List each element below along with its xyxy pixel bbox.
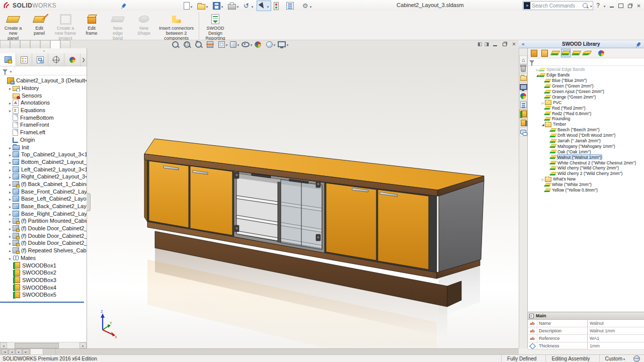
view-tool-button[interactable] [207,41,217,48]
library-tree-item[interactable]: Wild cherry ("Wild Cherry 2mm") [528,165,644,171]
library-tree-item[interactable]: White ("White 2mm") [528,182,644,188]
expander-icon[interactable] [541,100,545,105]
feature-manager-tab[interactable] [48,53,64,66]
expander-icon[interactable] [8,166,13,172]
search-icon[interactable] [583,3,588,8]
doc-restore-button[interactable] [501,41,508,47]
scrollbar-thumb[interactable] [15,343,59,348]
expander-icon[interactable] [8,211,13,217]
task-pane-tab[interactable] [519,82,527,91]
feature-manager-tab[interactable] [0,53,16,66]
view-tool-button[interactable] [242,41,253,47]
ribbon-button[interactable]: Create a new frame project [52,12,78,41]
view-tool-button[interactable] [278,41,289,47]
feature-tree-item[interactable]: (f) Double Door_Cabinet2_3_Cabinet2_ [0,239,87,247]
expander-icon[interactable] [541,122,545,127]
graphics-viewport[interactable]: Z X Y [87,48,519,348]
feature-tree-item[interactable]: Annotations [0,99,87,107]
window-prev-icon[interactable]: ◧ [477,41,482,47]
view-tool-button[interactable] [266,41,276,48]
library-tree-item[interactable]: Beech ("Beech 2mm") [528,127,644,133]
library-tree-item[interactable]: Jarrah (" Jarrah 2mm") [528,138,644,144]
search-dropdown-icon[interactable] [589,3,593,9]
expander-icon[interactable] [8,173,13,179]
pin-icon[interactable] [122,3,126,8]
expander-icon[interactable] [541,176,545,182]
view-tool-button[interactable] [218,41,228,48]
feature-tree-item[interactable]: Equations [0,107,87,114]
quick-access-button[interactable] [300,1,314,11]
view-tool-button[interactable] [172,41,182,48]
feature-manager-tab[interactable] [64,53,80,66]
feature-tree-item[interactable]: (f) Back_Cabinet_1_Cabinet2_Layout_3 [0,180,87,188]
library-toolbar-button[interactable] [572,49,581,57]
feature-tree-item[interactable]: Origin [0,136,87,144]
search-commands-box[interactable]: » Search Commands [523,1,593,10]
library-tree-item[interactable]: Blue ("Blue 2mm") [528,78,644,83]
graphics-area[interactable]: Z X Y [87,48,519,348]
filter-icon[interactable] [529,60,534,63]
feature-tree-item[interactable]: (f) Partition Mounted_Cabinet2_1_Cab [0,217,87,225]
library-tree-item[interactable]: Mahogany ("Mahogany 1mm") [528,143,644,149]
library-tree-item[interactable]: Yellow ("Yellow 0.8mm") [528,188,644,193]
restore-button[interactable] [626,3,633,9]
feature-tree-item[interactable]: Left_Cabinet2_Layout_3<1> (Default< [0,165,87,173]
property-value[interactable]: Walnut [587,320,644,327]
properties-header[interactable]: Main [528,312,644,320]
feature-tree-item[interactable]: Base_Back_Cabinet2_Layout_3<1> (De [0,203,87,210]
ribbon-button[interactable]: SWOOD Design Reporting [199,12,228,41]
quick-access-button[interactable] [257,1,271,11]
feature-tree-item[interactable]: (f) Double Door_Cabinet2_2_Cabinet2_ [0,232,87,239]
quick-access-button[interactable] [211,1,225,11]
view-tool-button[interactable] [230,41,240,48]
menu-item[interactable] [104,4,112,7]
command-tab[interactable] [40,40,50,48]
task-pane-tab[interactable] [519,128,527,136]
feature-tree-item[interactable]: SWOODBox5 [0,291,87,299]
feature-tree-item[interactable]: Right_Cabinet2_Layout_3<1> (Default [0,173,87,180]
view-tool-button[interactable] [255,41,265,48]
prev-tab-icon[interactable]: ◂ [9,349,15,354]
panel-grip[interactable] [0,48,87,53]
status-item[interactable]: Custom [599,355,631,362]
task-pane-tab[interactable] [519,73,527,82]
task-pane-tab[interactable] [519,119,527,127]
menu-item[interactable] [112,4,120,7]
next-tab-icon[interactable]: ▸ [16,349,22,354]
ribbon-button[interactable]: Edit panel [26,12,52,36]
expander-icon[interactable] [8,159,13,165]
library-tree-item[interactable]: Red2 ("Red 0.8mm") [528,111,644,116]
menu-item[interactable] [88,4,96,7]
status-item[interactable]: Fully Defined [501,355,545,362]
ribbon-button[interactable]: Edit frame [78,12,105,36]
property-value[interactable]: 1mm [587,342,644,349]
panel-flyout-handle[interactable] [87,193,91,211]
feature-tree-item[interactable]: History [0,84,87,92]
feature-tree-item[interactable]: FrameFront [0,121,87,129]
library-tree-item[interactable]: Green Ajout ("Green 2mm") [528,89,644,95]
library-tree-item[interactable]: Green ("Green 2mm") [528,83,644,89]
feature-tree-item[interactable]: FrameBottom [0,114,87,121]
library-tree-item[interactable]: Special Edge Bands [528,67,644,72]
cabinet-door-1[interactable] [149,161,189,228]
library-tree-item[interactable]: White Chestnut 2 ("White Chesnut 2mm") [528,160,644,165]
horizontal-scrollbar[interactable]: ◂ ▸ [0,342,87,348]
feature-tree-item[interactable]: Bottom_Cabinet2_Layout_3<1> (Defau [0,158,87,166]
library-toolbar-button[interactable] [561,49,571,57]
library-tree-item[interactable]: Timber [528,122,644,127]
property-value[interactable]: WA1 [587,335,644,342]
library-tree-item[interactable]: What's New [528,176,644,182]
first-tab-icon[interactable]: |◂ [2,349,8,354]
expander-icon[interactable] [8,189,13,195]
minimize-button[interactable] [608,3,615,9]
feature-tree-item[interactable]: Mates [0,254,87,262]
expander-icon[interactable] [8,247,13,253]
pin-icon[interactable] [636,42,641,46]
cabinet-left-side[interactable] [144,154,147,222]
feature-tree-item[interactable]: Sensors [0,92,87,99]
quick-access-button[interactable] [272,1,284,11]
expander-icon[interactable] [8,85,13,91]
scroll-left-icon[interactable]: ◂ [0,342,7,348]
middle-partition[interactable] [278,182,281,242]
filter-dropdown-icon[interactable] [9,68,13,74]
